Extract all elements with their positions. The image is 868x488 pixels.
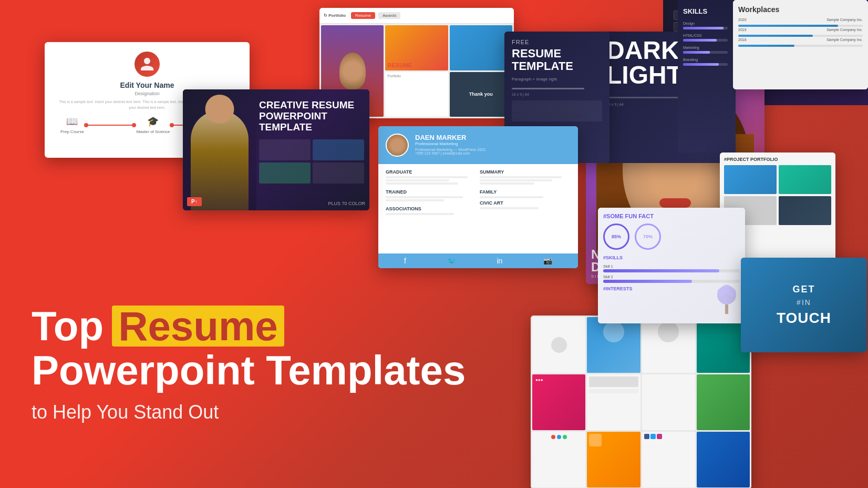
- sp-bar-bg-branding: [683, 63, 728, 66]
- card2-text-area: CREATIVE RESUME POWERPOINT TEMPLATE: [259, 100, 364, 184]
- timeline-dot-3: [170, 123, 174, 127]
- card8-civic-title: Civic Art: [480, 200, 571, 206]
- person-head: [205, 95, 234, 124]
- card-social-templates[interactable]: ●●●: [531, 316, 751, 488]
- card6-row-2019: 2019 Sample Company Inc.: [738, 28, 863, 37]
- headline-top-text: Top: [32, 306, 104, 347]
- card11-cell-2: [779, 165, 831, 194]
- c12-label-5: ●●●: [535, 378, 582, 382]
- workplace-company-2018: Sample Company Inc.: [826, 38, 863, 42]
- card8-role: Professional Marketing: [415, 141, 485, 146]
- card8-social-bar: f 🐦 in 📷: [378, 253, 578, 268]
- c12-cell-2: [587, 317, 640, 373]
- card8-text-line-10: [480, 196, 543, 198]
- workplace-year-label-2019: 2019: [738, 28, 747, 32]
- sp-label-marketing: Marketing: [683, 46, 728, 49]
- timeline-label-1: Prep Course: [60, 129, 84, 134]
- card9-tree-decoration: [714, 284, 740, 318]
- card9-skills-title: #SKILLS: [603, 255, 740, 260]
- card1-avatar: [135, 52, 160, 77]
- card4-size-info: 16 x 9 | A4: [512, 93, 602, 96]
- card8-content: DAEN MARKER Professional Marketing Profe…: [378, 126, 578, 268]
- card9-skill-bar-bg-1: [603, 269, 740, 272]
- c12-dots-9: [535, 435, 582, 439]
- timeline-item-2: 🎓 Master of Science: [136, 116, 170, 134]
- card-creative-resume[interactable]: CREATIVE RESUME POWERPOINT TEMPLATE P↑ P…: [183, 89, 369, 210]
- card6-content: Workplaces 2020 Sample Company Inc. 2019…: [733, 0, 868, 89]
- card2-grid: [259, 139, 364, 184]
- sp-bar-branding: Branding: [683, 58, 728, 66]
- card8-header: DAEN MARKER Professional Marketing Profe…: [378, 126, 578, 164]
- c12-cell-5: ●●●: [532, 374, 585, 430]
- timeline-item-1: 📖 Prep Course: [60, 116, 84, 134]
- card-daen-marker[interactable]: DAEN MARKER Professional Marketing Profe…: [378, 126, 578, 268]
- card8-date: Professional Marketing — WordPress 2022: [415, 148, 485, 151]
- workplace-bar-2019: [738, 35, 863, 37]
- workplace-company-2020: Sample Company Inc.: [826, 18, 863, 22]
- card8-linkedin-icon: in: [497, 257, 502, 265]
- card11-title: #PROJECT PORTFOLIO: [724, 157, 831, 162]
- workplace-year-label-2018: 2018: [738, 38, 747, 42]
- workplace-bar-fill-2020: [738, 25, 838, 27]
- card3-awards-tab[interactable]: Awards: [378, 12, 401, 19]
- c12-cell-3: [642, 317, 695, 373]
- card2-cell-2: [313, 139, 364, 160]
- workplace-bar-2018: [738, 45, 863, 47]
- card1-name: Edit Your Name: [120, 81, 174, 89]
- workplace-year-2018: 2018 Sample Company Inc.: [738, 38, 863, 42]
- card3-tabs: ↻ Portfolio Resume Awards: [319, 8, 514, 24]
- c12-cell-6: [587, 374, 640, 430]
- card2-badge: P↑: [187, 197, 202, 206]
- workplace-company-2019: Sample Company Inc.: [826, 28, 863, 32]
- card8-text-line-5: [386, 199, 445, 201]
- card8-instagram-icon: 📷: [543, 257, 552, 265]
- card8-family-title: Family: [480, 189, 571, 195]
- c12-icon-3: [658, 321, 679, 342]
- card8-facebook-icon: f: [404, 257, 406, 265]
- card9-skill-bar-fill-2: [603, 280, 692, 283]
- workplace-year-2020: 2020 Sample Company Inc.: [738, 18, 863, 22]
- card9-fun-fact-title: #SOME FUN FACT: [603, 213, 740, 219]
- card6-row-2018: 2018 Sample Company Inc.: [738, 38, 863, 47]
- sp-bar-fill-html: [683, 39, 717, 42]
- grad-icon: 🎓: [147, 116, 159, 127]
- card10-touch-label: ToUCH: [777, 310, 831, 327]
- sp-label-branding: Branding: [683, 58, 728, 62]
- workplace-bar-fill-2019: [738, 35, 813, 37]
- card2-content: CREATIVE RESUME POWERPOINT TEMPLATE P↑ P…: [183, 89, 369, 210]
- card3-resume-tab[interactable]: Resume: [351, 12, 375, 19]
- card8-name: DAEN MARKER: [415, 134, 485, 141]
- timeline-label-2: Master of Science: [136, 129, 170, 134]
- card7-lips: [659, 198, 691, 208]
- card4-title: RESUMETEMPLATE: [512, 47, 602, 73]
- c12-cell-7: [642, 374, 695, 430]
- sp-label-html: HTML/CSS: [683, 34, 728, 37]
- card12-grid: ●●●: [531, 316, 751, 488]
- headline-highlight: Resume: [112, 306, 284, 347]
- workplace-year-2019: 2019 Sample Company Inc.: [738, 28, 863, 32]
- card2-cell-3: [259, 162, 311, 184]
- c12-cell-12: [697, 432, 750, 487]
- book-icon: 📖: [66, 116, 78, 127]
- c12-cell-1: [532, 317, 585, 373]
- c12-cell-10: [587, 432, 640, 487]
- card9-skill-2: Skill 2: [603, 275, 740, 283]
- card-workplaces[interactable]: Workplaces 2020 Sample Company Inc. 2019…: [733, 0, 868, 89]
- card3-resume-cell: Resume: [385, 25, 448, 70]
- card8-body: GRADUATE TRAINED ASSOCIATIONS Summary Fa…: [378, 164, 578, 253]
- dot-blue: [557, 435, 561, 439]
- card-get-in-touch[interactable]: GET #IN ToUCH: [741, 258, 867, 352]
- card9-skill-bar-fill-1: [603, 269, 719, 272]
- card-fun-fact[interactable]: #SOME FUN FACT 85% 70% #SKILLS Skill 1 S…: [598, 208, 745, 323]
- c12-bar-7: [589, 389, 638, 393]
- card8-graduate-col: GRADUATE TRAINED ASSOCIATIONS: [386, 169, 477, 248]
- card8-summary-col: Summary Family Civic Art: [480, 169, 571, 248]
- card8-text-line-1: [386, 176, 468, 178]
- card9-skill-1: Skill 1: [603, 265, 740, 272]
- c12-icon-10: [589, 434, 602, 446]
- card8-twitter-icon: 🐦: [447, 257, 456, 265]
- card10-in-label: #IN: [797, 298, 811, 307]
- sp-bar-design: Design: [683, 22, 728, 29]
- c12-cell-9: [532, 432, 585, 487]
- c12-cell-11: [642, 432, 695, 487]
